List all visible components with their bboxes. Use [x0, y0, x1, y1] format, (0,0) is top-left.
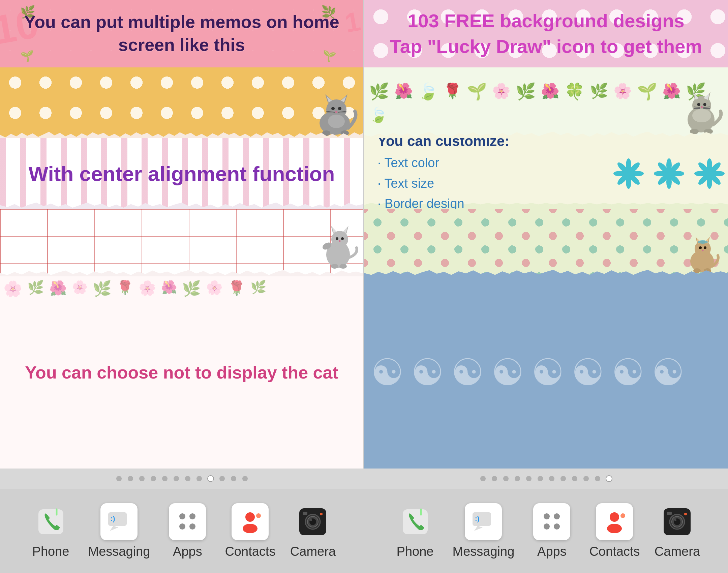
cat-image-right-4: [682, 226, 723, 276]
right-panel: 103 FREE background designs Tap "Lucky D…: [364, 0, 728, 469]
cat-image-right-2: [677, 79, 725, 138]
dot-l-8-active[interactable]: [208, 476, 213, 481]
phone-icon-right: [397, 503, 434, 540]
svg-point-118: [684, 513, 687, 515]
svg-text::): :): [475, 515, 479, 522]
contacts-label-right: Contacts: [589, 544, 640, 559]
svg-point-24: [339, 240, 341, 242]
apps-icon-right: [533, 503, 570, 540]
dot-r-8[interactable]: [572, 476, 577, 481]
svg-point-89: [179, 523, 185, 530]
cat-image-left: [308, 84, 362, 138]
svg-point-93: [256, 513, 261, 518]
right-section-4: [364, 209, 728, 276]
contacts-label-left: Contacts: [225, 544, 275, 559]
dot-l-5[interactable]: [174, 476, 179, 481]
dot-l-0[interactable]: [116, 476, 122, 481]
svg-point-22: [336, 237, 338, 240]
customize-title: You can customize:: [377, 138, 509, 149]
taskbar-left-camera[interactable]: Camera: [289, 503, 336, 559]
flower-svg-3: [694, 158, 725, 189]
dot-r-4[interactable]: [526, 476, 532, 481]
taskbar-right-camera[interactable]: Camera: [654, 503, 701, 559]
dot-r-1[interactable]: [492, 476, 497, 481]
svg-point-15: [328, 115, 345, 128]
svg-point-23: [341, 237, 344, 240]
dot-l-7[interactable]: [196, 476, 202, 481]
svg-point-79: [702, 250, 704, 251]
svg-point-78: [704, 246, 706, 249]
apps-label-left: Apps: [173, 544, 202, 559]
svg-point-109: [610, 512, 619, 522]
dot-r-9[interactable]: [583, 476, 589, 481]
dot-l-1[interactable]: [128, 476, 133, 481]
left-section-2: [0, 67, 363, 138]
svg-point-110: [607, 524, 622, 533]
svg-point-88: [189, 513, 195, 519]
dot-r-10[interactable]: [595, 476, 600, 481]
taskbar-right-contacts[interactable]: Contacts: [589, 503, 640, 559]
customize-item-3: · Border design: [377, 193, 509, 209]
dot-l-3[interactable]: [151, 476, 156, 481]
dot-r-0[interactable]: [480, 476, 486, 481]
taskbar-left-messaging[interactable]: :) Messaging: [88, 503, 150, 559]
messaging-label-left: Messaging: [88, 544, 150, 559]
dot-l-6[interactable]: [185, 476, 190, 481]
messaging-icon-left: :): [100, 503, 138, 540]
taskbar-left-phone[interactable]: Phone: [27, 503, 74, 559]
paisley-pattern: ☯ ☯ ☯ ☯ ☯ ☯ ☯ ☯: [364, 276, 728, 469]
svg-point-107: [544, 523, 550, 530]
dot-l-2[interactable]: [139, 476, 145, 481]
svg-point-77: [699, 246, 702, 249]
taskbar-right: Phone :) Messaging Apps: [364, 489, 728, 573]
apps-label-right: Apps: [537, 544, 567, 559]
svg-point-80: [698, 240, 708, 244]
dot-l-11[interactable]: [242, 476, 248, 481]
dot-r-2[interactable]: [503, 476, 509, 481]
svg-point-6: [331, 107, 335, 110]
taskbar-left-apps[interactable]: Apps: [164, 503, 211, 559]
svg-rect-83: [38, 509, 63, 534]
flower-svg-1: [613, 158, 644, 189]
dot-r-11-active[interactable]: [606, 476, 612, 481]
phone-icon-left: [32, 503, 69, 540]
customize-text-block: You can customize: · Text color · Text s…: [364, 138, 523, 209]
main-content: 10 1 🌿 🌿 🌱 🌱 You can put multiple memos …: [0, 0, 728, 469]
svg-rect-101: [403, 509, 428, 534]
svg-point-98: [310, 519, 312, 521]
dot-r-6[interactable]: [549, 476, 554, 481]
phone-label-left: Phone: [32, 544, 69, 559]
dots-bar-right: [364, 469, 728, 489]
dot-l-9[interactable]: [219, 476, 225, 481]
right-section1-text: 103 FREE background designs Tap "Lucky D…: [390, 8, 702, 59]
svg-point-43: [692, 109, 711, 122]
svg-point-108: [554, 523, 560, 530]
svg-point-106: [554, 513, 560, 519]
taskbar-right-apps[interactable]: Apps: [528, 503, 575, 559]
camera-icon-right: [659, 503, 696, 540]
taskbar-left-contacts[interactable]: Contacts: [225, 503, 275, 559]
dot-l-10[interactable]: [231, 476, 236, 481]
flower-svg-2: [654, 158, 684, 189]
dot-l-4[interactable]: [162, 476, 168, 481]
svg-rect-117: [667, 512, 672, 515]
dot-r-3[interactable]: [515, 476, 520, 481]
taskbar: Phone :) Messaging Apps: [0, 489, 728, 573]
svg-point-34: [697, 103, 700, 106]
contacts-icon-right: [596, 503, 633, 540]
dot-r-5[interactable]: [538, 476, 543, 481]
left-section5-text: You can choose not to display the cat: [18, 356, 345, 389]
svg-point-116: [674, 519, 676, 521]
right-section-1: 103 FREE background designs Tap "Lucky D…: [364, 0, 728, 67]
left-panel: 10 1 🌿 🌿 🌱 🌱 You can put multiple memos …: [0, 0, 364, 469]
camera-label-right: Camera: [655, 544, 700, 559]
left-section-3: With center alignment function: [0, 138, 363, 209]
left-section-5: 🌸🌿🌺 🌸🌿🌹 🌸🌺🌿 🌸🌹🌿 You can choose not to di…: [0, 276, 363, 469]
taskbar-right-phone[interactable]: Phone: [392, 503, 439, 559]
svg-rect-99: [303, 512, 307, 515]
taskbar-right-messaging[interactable]: :) Messaging: [453, 503, 515, 559]
dot-r-7[interactable]: [560, 476, 566, 481]
svg-point-17: [331, 231, 348, 248]
left-section-4: [0, 209, 363, 276]
dots-row: [0, 469, 728, 489]
